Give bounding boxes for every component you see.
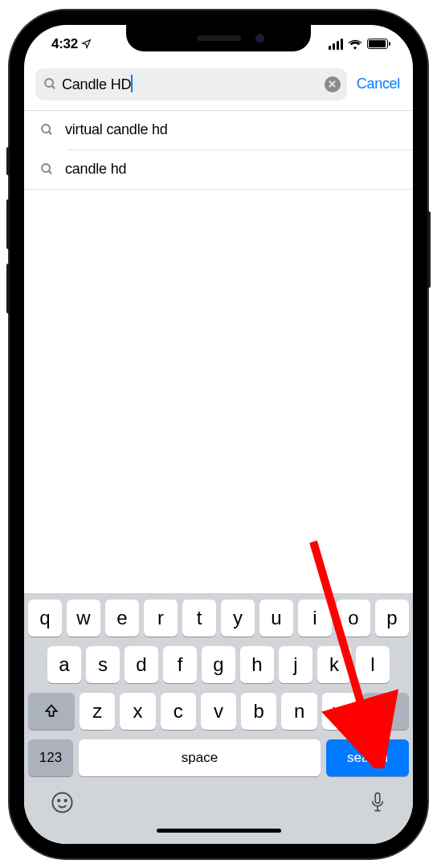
svg-point-4 [42, 125, 50, 133]
key-h[interactable]: h [240, 646, 274, 683]
key-o[interactable]: o [337, 600, 370, 637]
key-n[interactable]: n [281, 693, 317, 730]
cellular-signal-icon [329, 39, 344, 50]
key-i[interactable]: i [298, 600, 332, 637]
search-icon [43, 77, 57, 91]
search-icon [40, 162, 54, 176]
key-d[interactable]: d [125, 646, 158, 683]
svg-point-10 [52, 792, 71, 812]
battery-icon [367, 39, 390, 49]
key-m[interactable]: m [322, 693, 357, 730]
backspace-key[interactable] [362, 693, 409, 730]
home-indicator[interactable] [157, 829, 281, 833]
key-v[interactable]: v [201, 693, 236, 730]
close-icon [329, 80, 336, 88]
search-icon [40, 123, 54, 137]
key-w[interactable]: w [67, 600, 100, 637]
screen: 4:32 Candle HD [24, 25, 413, 844]
emoji-icon [51, 791, 74, 814]
clear-button[interactable] [325, 76, 341, 92]
key-e[interactable]: e [105, 600, 139, 637]
svg-point-11 [58, 799, 59, 800]
key-s[interactable]: s [86, 646, 120, 683]
numbers-key[interactable]: 123 [28, 739, 73, 776]
svg-point-12 [65, 799, 67, 800]
key-g[interactable]: g [202, 646, 235, 683]
emoji-button[interactable] [51, 791, 74, 814]
key-x[interactable]: x [120, 693, 155, 730]
search-value: Candle HD [62, 75, 320, 93]
key-q[interactable]: q [28, 600, 62, 637]
key-b[interactable]: b [241, 693, 276, 730]
svg-line-5 [49, 132, 52, 135]
key-k[interactable]: k [317, 646, 351, 683]
svg-rect-13 [375, 792, 380, 803]
suggestion-label: candle hd [65, 161, 126, 178]
svg-point-0 [45, 79, 53, 87]
svg-point-6 [42, 164, 50, 172]
cancel-button[interactable]: Cancel [357, 76, 400, 92]
svg-line-7 [49, 171, 52, 174]
phone-frame: 4:32 Candle HD [10, 10, 427, 858]
key-a[interactable]: a [47, 646, 81, 683]
clock: 4:32 [51, 36, 78, 52]
volume-down-button [6, 264, 10, 313]
key-t[interactable]: t [182, 600, 216, 637]
microphone-icon [369, 791, 386, 814]
volume-up-button [6, 199, 10, 249]
wifi-icon [348, 39, 362, 50]
key-y[interactable]: y [221, 600, 255, 637]
key-l[interactable]: l [356, 646, 390, 683]
power-button [427, 211, 431, 288]
suggestion-label: virtual candle hd [65, 121, 168, 138]
shift-icon [43, 703, 59, 719]
key-j[interactable]: j [279, 646, 312, 683]
search-key[interactable]: search [326, 739, 409, 776]
location-icon [81, 39, 92, 49]
key-z[interactable]: z [80, 693, 115, 730]
suggestions-list: virtual candle hd candle hd [24, 111, 413, 190]
suggestion-item[interactable]: candle hd [24, 150, 413, 189]
shift-key[interactable] [28, 693, 75, 730]
key-u[interactable]: u [259, 600, 293, 637]
mute-switch [6, 147, 10, 175]
key-p[interactable]: p [375, 600, 409, 637]
notch [126, 25, 311, 51]
dictation-button[interactable] [369, 791, 386, 814]
space-key[interactable]: space [79, 739, 321, 776]
suggestion-item[interactable]: virtual candle hd [24, 111, 413, 149]
search-bar: Candle HD Cancel [24, 63, 413, 110]
keyboard: qwertyuiop asdfghjkl zxcvbnm 123 space s… [24, 593, 413, 844]
key-c[interactable]: c [161, 693, 196, 730]
key-f[interactable]: f [163, 646, 197, 683]
search-input[interactable]: Candle HD [35, 68, 347, 100]
svg-line-1 [52, 86, 55, 89]
key-r[interactable]: r [144, 600, 178, 637]
backspace-icon [376, 703, 395, 719]
